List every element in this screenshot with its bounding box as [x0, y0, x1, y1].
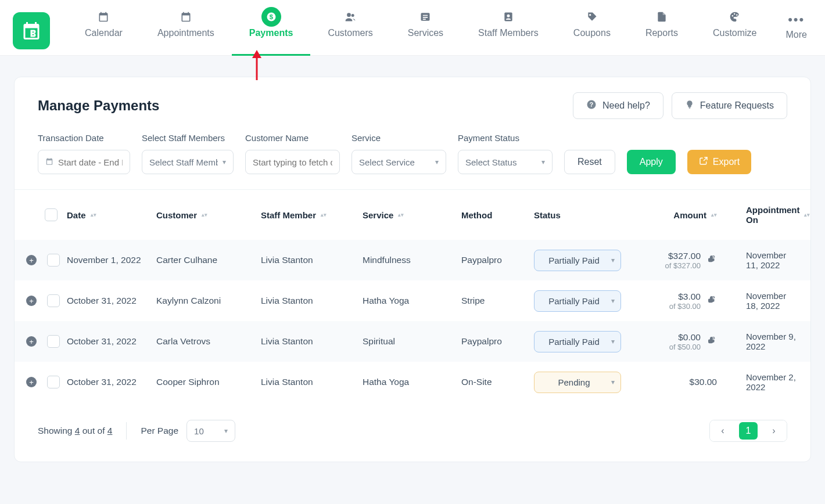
row-checkbox[interactable]	[47, 376, 60, 388]
nav-item-calendar[interactable]: Calendar	[67, 6, 140, 56]
cell-staff: Livia Stanton	[261, 255, 363, 265]
status-value: Pending	[558, 377, 590, 387]
table-row: + October 31, 2022 Cooper Siphron Livia …	[15, 362, 810, 402]
transaction-date-input[interactable]	[38, 150, 130, 174]
payment-hand-icon[interactable]: $	[706, 294, 717, 307]
customer-filter-label: Customer Name	[245, 133, 340, 143]
customer-field[interactable]	[253, 157, 332, 167]
page-current[interactable]: 1	[739, 422, 758, 440]
nav-item-label: Services	[408, 28, 443, 38]
cell-method: Paypalpro	[461, 336, 534, 347]
cell-amount: $3.00of $30.00	[669, 291, 701, 311]
svg-point-6	[507, 14, 510, 17]
service-filter-label: Service	[351, 133, 446, 143]
nav-item-label: Payments	[249, 28, 293, 38]
chevron-down-icon: ▾	[224, 427, 228, 435]
app-logo[interactable]	[13, 12, 50, 49]
staff-select[interactable]: Select Staff Members ▾	[142, 150, 234, 174]
transaction-date-field[interactable]	[58, 157, 123, 167]
nav-item-reports[interactable]: Reports	[628, 6, 695, 56]
perpage-select[interactable]: 10 ▾	[186, 420, 235, 442]
cell-appointment: November 18, 2022	[717, 291, 798, 311]
cell-appointment: November 11, 2022	[717, 250, 798, 270]
next-page-button[interactable]: ›	[761, 420, 787, 441]
col-staff[interactable]: Staff Member▴▾	[261, 210, 363, 220]
svg-point-2	[347, 13, 351, 17]
export-button[interactable]: Export	[687, 150, 751, 174]
expand-row-button[interactable]: +	[26, 255, 37, 265]
svg-point-7	[589, 14, 591, 16]
status-select[interactable]: Partially Paid▾	[534, 331, 621, 352]
cell-appointment: November 9, 2022	[717, 332, 798, 351]
chevron-down-icon: ▾	[541, 158, 545, 166]
svg-point-10	[736, 14, 738, 16]
expand-row-button[interactable]: +	[26, 296, 37, 306]
nav-item-label: Customize	[713, 28, 757, 38]
service-select[interactable]: Select Service ▾	[351, 150, 446, 174]
page-title: Manage Payments	[38, 98, 159, 114]
table-row: + October 31, 2022 Kaylynn Calzoni Livia…	[15, 280, 810, 321]
expand-row-button[interactable]: +	[26, 336, 37, 347]
nav-item-services[interactable]: Services	[390, 6, 461, 56]
need-help-button[interactable]: ? Need help?	[573, 92, 663, 119]
cell-method: Stripe	[461, 296, 534, 306]
status-select[interactable]: Partially Paid▾	[534, 250, 621, 271]
cell-date: October 31, 2022	[67, 336, 156, 347]
status-select[interactable]: Partially Paid▾	[534, 290, 621, 312]
cell-service: Mindfulness	[363, 255, 461, 265]
nav-item-staff-members[interactable]: Staff Members	[461, 6, 556, 56]
reset-button[interactable]: Reset	[564, 150, 615, 174]
more-dots-icon: •••	[786, 18, 807, 21]
nav-item-payments[interactable]: $Payments	[232, 6, 311, 56]
select-all-checkbox[interactable]	[45, 208, 58, 221]
cell-staff: Livia Stanton	[261, 377, 363, 387]
payment-hand-icon[interactable]: $	[706, 335, 717, 348]
cell-staff: Livia Stanton	[261, 296, 363, 306]
cell-appointment: November 2, 2022	[717, 372, 798, 392]
col-amount[interactable]: Amount▴▾	[630, 210, 717, 220]
svg-text:?: ?	[590, 101, 593, 108]
nav-item-appointments[interactable]: Appointments	[140, 6, 232, 56]
customer-input[interactable]	[245, 150, 340, 174]
prev-page-button[interactable]: ‹	[710, 420, 736, 441]
cell-date: November 1, 2022	[67, 255, 156, 265]
chevron-down-icon: ▾	[435, 158, 439, 166]
status-select[interactable]: Select Status ▾	[458, 150, 553, 174]
expand-row-button[interactable]: +	[26, 377, 37, 387]
apply-button[interactable]: Apply	[627, 150, 676, 174]
col-method: Method	[461, 210, 534, 220]
nav-item-customize[interactable]: Customize	[695, 6, 774, 56]
feature-requests-button[interactable]: Feature Requests	[672, 92, 787, 119]
nav-item-label: Appointments	[157, 28, 214, 38]
nav-more[interactable]: ••• More	[786, 18, 807, 44]
status-select[interactable]: Pending▾	[534, 372, 621, 393]
row-checkbox[interactable]	[47, 294, 60, 307]
calendar-x-icon	[180, 10, 192, 23]
col-service[interactable]: Service▴▾	[363, 210, 461, 220]
need-help-label: Need help?	[602, 100, 650, 111]
chevron-down-icon: ▾	[611, 378, 615, 386]
col-appt[interactable]: Appointment On▴▾	[717, 205, 798, 225]
chevron-down-icon: ▾	[611, 256, 615, 264]
cell-staff: Livia Stanton	[261, 336, 363, 347]
top-nav: CalendarAppointments$PaymentsCustomersSe…	[0, 0, 825, 56]
cell-amount: $30.00	[690, 377, 717, 387]
payment-hand-icon[interactable]: $	[706, 254, 717, 267]
cell-service: Hatha Yoga	[363, 296, 461, 306]
row-checkbox[interactable]	[47, 335, 60, 348]
sort-icon: ▴▾	[321, 214, 327, 217]
nav-item-customers[interactable]: Customers	[310, 6, 390, 56]
badge-icon	[503, 10, 514, 23]
calendar-icon	[98, 10, 109, 23]
col-date[interactable]: Date▴▾	[67, 210, 156, 220]
row-checkbox[interactable]	[47, 254, 60, 267]
nav-item-label: Coupons	[573, 28, 611, 38]
nav-item-coupons[interactable]: Coupons	[556, 6, 628, 56]
calendar-icon	[45, 157, 53, 167]
nav-more-label: More	[786, 30, 807, 39]
export-label: Export	[713, 157, 740, 167]
lightbulb-icon	[685, 100, 694, 111]
staff-filter-label: Select Staff Members	[142, 133, 234, 143]
col-customer[interactable]: Customer▴▾	[156, 210, 261, 220]
cell-date: October 31, 2022	[67, 377, 156, 387]
